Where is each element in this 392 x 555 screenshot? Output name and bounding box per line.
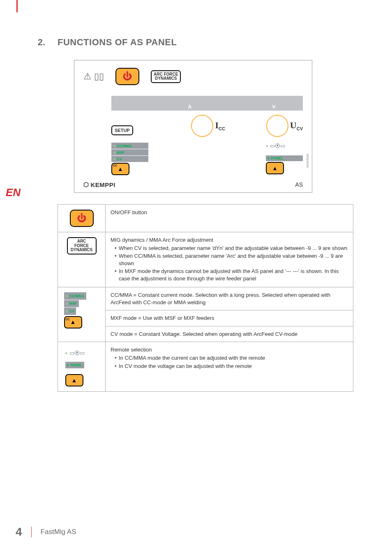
- remote-title: Remote selection: [111, 346, 348, 354]
- display-bar: A V: [111, 96, 303, 111]
- power-button[interactable]: ⏻: [115, 68, 139, 85]
- power-icon: ⏻: [77, 212, 86, 224]
- arcforce-button[interactable]: ARC FORCE DYNAMICS: [151, 70, 181, 83]
- warning-manual-icons: ⚠ ▯▯: [83, 72, 104, 81]
- arcforce-title: MIG dynamics / MMA Arc Force adjustment: [111, 236, 348, 244]
- remote-select-button[interactable]: ▲: [266, 162, 284, 174]
- table-row: ⏻ ON/OFF button: [58, 205, 353, 232]
- panel-led: ●PANEL: [266, 155, 303, 161]
- list-item: When CC/MMA is selected, parameter name …: [115, 252, 348, 267]
- mode-select-button[interactable]: CC▲: [111, 163, 129, 175]
- current-knob[interactable]: [191, 115, 213, 137]
- remote-selector-group: ●▭⦿▭ ●PANEL ▲: [266, 143, 303, 175]
- remote-icon: ▭⦿▭: [69, 349, 85, 357]
- language-badge: EN: [6, 186, 21, 199]
- mode-selector-icon: ●CC/MMA ●MXF ●CV CC▲: [64, 292, 99, 328]
- manual-icon: ▯▯: [94, 72, 104, 81]
- list-item: In CV mode the voltage can be adjusted w…: [115, 363, 348, 370]
- remote-icon: ▭⦿▭: [270, 143, 285, 149]
- panel-diagram: ⚠ ▯▯ ⏻ ARC FORCE DYNAMICS A V SETUP ICC: [74, 60, 312, 193]
- table-row: ●CC/MMA ●MXF ●CV CC▲ CC/MMA = Constant c…: [58, 287, 353, 310]
- mode-cv-led: ●CV: [111, 156, 148, 162]
- mxf-description: MXF mode = Use with MSF or MXF feeders: [106, 310, 353, 326]
- power-icon: ⏻: [123, 71, 132, 82]
- warning-icon: ⚠: [83, 72, 92, 81]
- remote-led: ●▭⦿▭: [266, 143, 303, 149]
- functions-table: ⏻ ON/OFF button ARC FORCEDYNAMICS MIG dy…: [58, 204, 353, 392]
- heading-number: 2.: [33, 37, 45, 48]
- power-button-icon: ⏻: [70, 210, 94, 227]
- brand-logo: ⬡KEMPPI: [83, 181, 115, 188]
- table-row: ARC FORCEDYNAMICS MIG dynamics / MMA Arc…: [58, 232, 353, 287]
- list-item: In MXF mode the dynamics cannot be adjus…: [115, 268, 348, 282]
- mode-mxf-led: ●MXF: [111, 149, 148, 155]
- list-item: In CC/MMA mode the current can be adjust…: [115, 354, 348, 362]
- mode-cc-mma-led: ●CC/MMA: [111, 143, 148, 149]
- display-unit-v: V: [272, 104, 275, 110]
- heading-text: FUNCTIONS OF AS PANEL: [58, 37, 177, 48]
- current-knob-label: ICC: [215, 120, 225, 131]
- arcforce-label-2: DYNAMICS: [154, 76, 178, 81]
- page-number: 4: [16, 525, 22, 539]
- hex-icon: ⬡: [83, 181, 89, 188]
- document-title: FastMig AS: [41, 528, 76, 536]
- remote-selector-icon: ●▭⦿▭ ●PANEL ▲: [65, 347, 98, 386]
- arcforce-button-icon: ARC FORCEDYNAMICS: [67, 237, 97, 254]
- page-footer: 4 FastMig AS: [16, 525, 76, 539]
- table-row: ●▭⦿▭ ●PANEL ▲ Remote selection In CC/MMA…: [58, 342, 353, 392]
- mode-button-icon: CC▲: [64, 316, 82, 328]
- model-label: AS: [295, 181, 303, 188]
- diagram-code: W004536: [306, 154, 309, 168]
- voltage-knob-label: UCV: [290, 120, 303, 131]
- display-unit-a: A: [188, 104, 191, 110]
- list-item: When CV is selected, parameter name 'dYn…: [115, 245, 348, 252]
- section-heading: 2. FUNCTIONS OF AS PANEL: [58, 37, 351, 48]
- footer-divider: [31, 527, 32, 537]
- cc-mma-description: CC/MMA = Constant current mode. Selectio…: [106, 287, 353, 310]
- voltage-knob[interactable]: [266, 115, 288, 137]
- mode-selector-group: ●CC/MMA ●MXF ●CV CC▲: [111, 143, 148, 175]
- remote-button-icon: ▲: [65, 374, 83, 386]
- cv-description: CV mode = Constant Voltage. Selected whe…: [106, 326, 353, 342]
- power-description: ON/OFF button: [106, 205, 353, 232]
- setup-button[interactable]: SETUP: [111, 125, 133, 135]
